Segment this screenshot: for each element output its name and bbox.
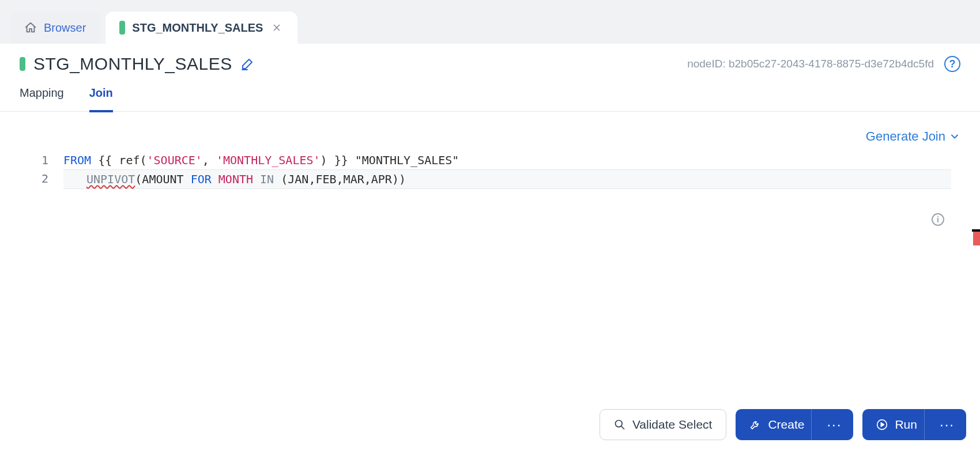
create-label: Create [768, 418, 804, 432]
title-left: STG_MONTHLY_SALES [20, 54, 254, 74]
node-pill-icon [20, 57, 25, 71]
token-string: 'MONTHLY_SALES' [216, 153, 321, 167]
footer-actions: Validate Select Create ··· Run ··· [600, 409, 966, 440]
token-in: IN [260, 172, 274, 186]
minimap-tick [972, 229, 980, 232]
title-right: nodeID: b2b05c27-2043-4178-8875-d3e72b4d… [687, 56, 960, 72]
code-editor[interactable]: 1 2 FROM {{ ref('SOURCE', 'MONTHLY_SALES… [0, 151, 980, 189]
token-alias: "MONTHLY_SALES" [355, 153, 459, 167]
line-number: 2 [29, 169, 48, 188]
play-icon [876, 419, 888, 430]
search-icon [614, 419, 625, 430]
tab-browser[interactable]: Browser [10, 12, 100, 44]
generate-join-row: Generate Join [0, 112, 980, 151]
line-number: 1 [29, 151, 48, 169]
run-label: Run [895, 418, 917, 432]
token-for: FOR [191, 172, 212, 186]
code-line-1[interactable]: FROM {{ ref('SOURCE', 'MONTHLY_SALES') }… [63, 151, 951, 169]
generate-join-label: Generate Join [866, 129, 945, 144]
node-pill-icon [119, 21, 125, 35]
tab-mapping[interactable]: Mapping [20, 86, 64, 111]
title-row: STG_MONTHLY_SALES nodeID: b2b05c27-2043-… [0, 44, 980, 74]
tab-active[interactable]: STG_MONTHLY_SALES [105, 12, 297, 44]
home-icon [24, 21, 37, 34]
tabbar: Browser STG_MONTHLY_SALES [0, 0, 980, 44]
main-panel: STG_MONTHLY_SALES nodeID: b2b05c27-2043-… [0, 44, 980, 454]
editor-minimap [970, 232, 980, 245]
editor-code[interactable]: FROM {{ ref('SOURCE', 'MONTHLY_SALES') }… [63, 151, 951, 189]
page-title: STG_MONTHLY_SALES [33, 54, 232, 74]
tab-browser-label: Browser [44, 21, 86, 35]
token-string: 'SOURCE' [147, 153, 202, 167]
token-tmpl-close: }} [327, 153, 355, 167]
wrench-icon [749, 419, 761, 430]
help-icon[interactable]: ? [944, 56, 960, 72]
run-button[interactable]: Run ··· [862, 409, 966, 440]
token-cols: JAN,FEB,MAR,APR [288, 172, 392, 186]
token-tmpl-open: {{ [91, 153, 119, 167]
token-from: FROM [63, 153, 91, 167]
editor-gutter: 1 2 [29, 151, 63, 189]
token-close-paren: ) [321, 153, 327, 167]
code-line-2[interactable]: UNPIVOT(AMOUNT FOR MONTH IN (JAN,FEB,MAR… [63, 169, 951, 189]
create-button[interactable]: Create ··· [736, 409, 853, 440]
token-amount: AMOUNT [142, 172, 183, 186]
separator [811, 409, 812, 440]
token-unpivot: UNPIVOT [86, 172, 135, 186]
token-ref: ref [119, 153, 140, 167]
chevron-down-icon [949, 131, 960, 142]
edit-icon[interactable] [240, 57, 254, 71]
tab-join[interactable]: Join [89, 86, 113, 112]
info-icon[interactable]: i [932, 213, 944, 226]
svg-line-4 [621, 426, 624, 429]
token-close: ) [399, 172, 406, 186]
svg-marker-6 [881, 423, 884, 427]
separator [924, 409, 925, 440]
token-comma: , [202, 153, 216, 167]
token-cols-close: ) [392, 172, 399, 186]
validate-select-label: Validate Select [632, 418, 713, 432]
token-open-paren: ( [140, 153, 146, 167]
subtab-bar: Mapping Join [0, 74, 980, 112]
validate-select-button[interactable]: Validate Select [600, 409, 727, 440]
error-marker[interactable] [973, 232, 980, 245]
token-cols-open: ( [281, 172, 288, 186]
close-icon[interactable] [270, 21, 284, 35]
tab-active-label: STG_MONTHLY_SALES [132, 21, 263, 35]
token-open: ( [135, 172, 142, 186]
generate-join-link[interactable]: Generate Join [866, 129, 960, 144]
node-id-label: nodeID: b2b05c27-2043-4178-8875-d3e72b4d… [687, 58, 934, 70]
token-month: MONTH [218, 172, 253, 186]
